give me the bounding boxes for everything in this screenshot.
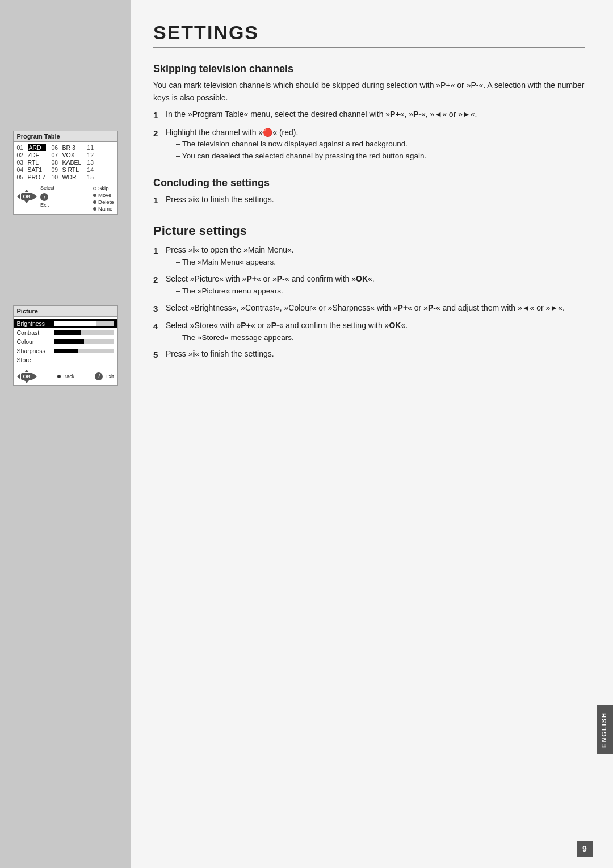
picture-step-3: 3 Select »Brightness«, »Contrast«, »Colo… xyxy=(153,302,585,315)
skipping-heading: Skipping television channels xyxy=(153,63,585,75)
ch-name-04: SAT1 xyxy=(28,166,46,173)
step-content-2: Highlight the channel with »🔴« (red). Th… xyxy=(166,127,585,163)
ch-num-10: 10 xyxy=(52,174,61,181)
pic-step-1-sub-1: The »Main Menu« appears. xyxy=(176,257,585,269)
picture-step-4: 4 Select »Store« with »P+« or »P-« and c… xyxy=(153,320,585,344)
ch-name-05: PRO 7 xyxy=(28,174,46,181)
ch-name-03: RTL xyxy=(28,159,46,166)
ch-name-06: BR 3 xyxy=(62,144,81,151)
store-label: Store xyxy=(17,357,51,363)
ch-name-07: VOX xyxy=(62,152,81,158)
pic-ok-button[interactable]: OK xyxy=(21,373,33,380)
channel-row-08: 08 KABEL xyxy=(52,159,82,166)
picture-item-colour[interactable]: Colour xyxy=(14,337,117,346)
picture-item-brightness[interactable]: Brightness xyxy=(14,319,117,328)
ch-num-15: 15 xyxy=(87,174,96,181)
pic-step-1-text: Press »i« to open the »Main Menu«. xyxy=(166,245,294,254)
pic-step-5-text: Press »i« to finish the settings. xyxy=(166,349,274,358)
skipping-intro: You can mark television channels which s… xyxy=(153,79,585,104)
picture-item-contrast[interactable]: Contrast xyxy=(14,328,117,337)
channel-row-12: 12 xyxy=(87,152,96,158)
skip-dot-icon xyxy=(93,187,96,190)
delete-label: Delete xyxy=(98,199,114,205)
ch-num-11: 11 xyxy=(87,144,96,151)
channel-row-06: 06 BR 3 xyxy=(52,144,82,151)
channel-col-1: 01 ARD 02 ZDF 03 RTL 04 SAT1 xyxy=(17,144,46,181)
skipping-step-2: 2 Highlight the channel with »🔴« (red). … xyxy=(153,127,585,163)
channel-col-2: 06 BR 3 07 VOX 08 KABEL 09 S RTL xyxy=(52,144,82,181)
channel-row-13: 13 xyxy=(87,159,96,166)
skip-label: Skip xyxy=(98,185,108,191)
picture-menu-items: Brightness Contrast Colour xyxy=(14,317,117,367)
contrast-bar xyxy=(54,330,114,335)
pic-step-3-text: Select »Brightness«, »Contrast«, »Colour… xyxy=(166,303,565,312)
footer-nav: OK Select i Exit xyxy=(17,185,55,208)
channel-row-03: 03 RTL xyxy=(17,159,46,166)
ch-name-10: WDR xyxy=(62,174,81,181)
back-label: Back xyxy=(63,374,74,379)
ok-button[interactable]: OK xyxy=(21,193,33,200)
ch-num-09: 09 xyxy=(52,166,61,173)
ch-num-03: 03 xyxy=(17,159,26,166)
skipping-steps: 1 In the »Program Table« menu, select th… xyxy=(153,108,585,162)
step-1-text: In the »Program Table« menu, select the … xyxy=(166,110,477,119)
sidebar: Program Table 01 ARD 02 ZDF 03 RTL xyxy=(0,0,131,868)
picture-step-5: 5 Press »i« to finish the settings. xyxy=(153,348,585,361)
legend-move: Move xyxy=(93,192,114,198)
ch-name-02: ZDF xyxy=(28,152,46,158)
pic-step-4-text: Select »Store« with »P+« or »P-« and con… xyxy=(166,321,408,330)
program-table-footer: OK Select i Exit Skip xyxy=(14,183,117,214)
contrast-label: Contrast xyxy=(17,329,51,336)
step-2-text: Highlight the channel with »🔴« (red). xyxy=(166,128,298,137)
channel-row-09: 09 S RTL xyxy=(52,166,82,173)
brightness-bar xyxy=(54,321,114,326)
colour-label: Colour xyxy=(17,338,51,345)
skipping-step-1: 1 In the »Program Table« menu, select th… xyxy=(153,108,585,121)
page-number: 9 xyxy=(577,841,593,857)
program-table-title: Program Table xyxy=(14,131,117,142)
picture-item-sharpness[interactable]: Sharpness xyxy=(14,346,117,355)
ch-name-08: KABEL xyxy=(62,159,82,166)
ch-num-14: 14 xyxy=(87,166,96,173)
colour-bar-fill xyxy=(54,339,85,344)
back-dot-icon xyxy=(57,375,61,378)
concluding-heading: Concluding the settings xyxy=(153,177,585,189)
ch-num-08: 08 xyxy=(52,159,61,166)
move-label: Move xyxy=(98,192,111,198)
sharpness-bar-fill xyxy=(54,349,78,353)
pic-info-icon: i xyxy=(95,372,103,380)
ch-name-09: S RTL xyxy=(62,166,81,173)
ch-num-13: 13 xyxy=(87,159,96,166)
picture-footer-nav: OK xyxy=(17,370,37,383)
arrow-right-icon xyxy=(33,194,37,199)
ch-num-01: 01 xyxy=(17,144,26,151)
pic-step-4-sub-1: The »Stored« message appears. xyxy=(176,332,585,344)
step-content-1: In the »Program Table« menu, select the … xyxy=(166,108,585,121)
picture-item-store[interactable]: Store xyxy=(14,355,117,364)
page: Program Table 01 ARD 02 ZDF 03 RTL xyxy=(0,0,613,868)
pic-step-content-5: Press »i« to finish the settings. xyxy=(166,348,585,360)
concluding-step-1: 1 Press »i« to finish the settings. xyxy=(153,194,585,207)
channel-row-05: 05 PRO 7 xyxy=(17,174,46,181)
channel-row-04: 04 SAT1 xyxy=(17,166,46,173)
pic-step-num-5: 5 xyxy=(153,348,166,361)
select-label: Select xyxy=(40,185,54,191)
name-dot-icon xyxy=(93,207,96,211)
step-2-sub-1: The television channel is now displayed … xyxy=(176,139,585,150)
delete-dot-icon xyxy=(93,200,96,204)
sharpness-label: Sharpness xyxy=(17,347,51,354)
program-table-channels: 01 ARD 02 ZDF 03 RTL 04 SAT1 xyxy=(14,142,117,183)
info-icon: i xyxy=(40,193,48,201)
brightness-bar-fill xyxy=(54,321,96,326)
pic-step-2-text: Select »Picture« with »P+« or »P-« and c… xyxy=(166,274,375,283)
pic-step-content-4: Select »Store« with »P+« or »P-« and con… xyxy=(166,320,585,344)
step-num-1: 1 xyxy=(153,108,166,121)
conc-step-1-text: Press »i« to finish the settings. xyxy=(166,195,274,204)
channel-row-11: 11 xyxy=(87,144,96,151)
channel-row-10: 10 WDR xyxy=(52,174,82,181)
pic-chevron-up-icon xyxy=(24,370,29,372)
pic-step-num-3: 3 xyxy=(153,302,166,315)
page-title: SETTINGS xyxy=(153,22,585,48)
pic-step-2-sub-1: The »Picture« menu appears. xyxy=(176,286,585,297)
legend-delete: Delete xyxy=(93,199,114,205)
